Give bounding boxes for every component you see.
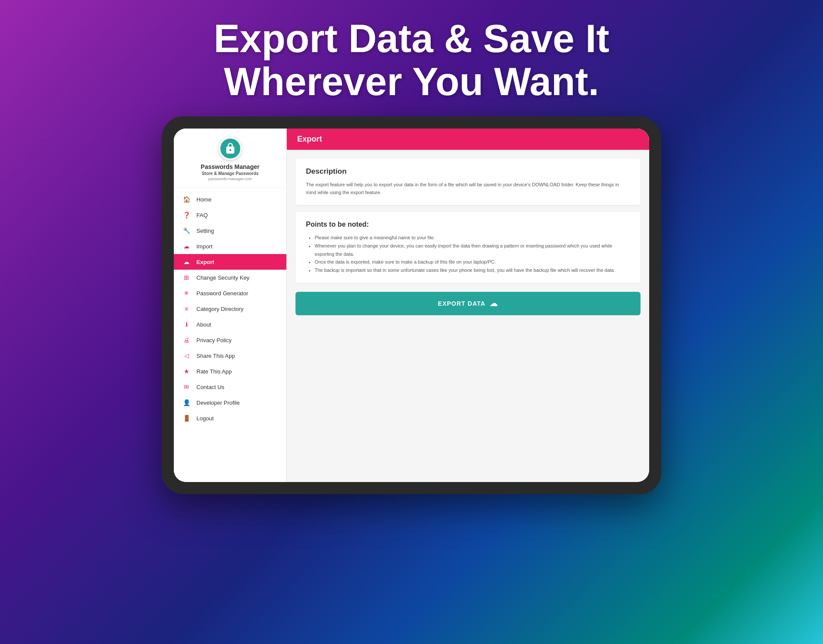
sidebar-item-rate-this-app[interactable]: ★Rate This App (174, 363, 286, 379)
nav-list: 🏠Home❓FAQ🔧Setting☁Import☁Export⊞Change S… (174, 188, 286, 429)
change-security-key-icon: ⊞ (182, 274, 191, 281)
sidebar-item-import[interactable]: ☁Import (174, 238, 286, 254)
import-label: Import (196, 243, 212, 250)
headline: Export Data & Save It Wherever You Want. (214, 17, 609, 103)
app-tagline: Store & Manage Passwords (202, 171, 259, 176)
faq-icon: ❓ (182, 211, 191, 218)
home-icon: 🏠 (182, 196, 191, 203)
app-logo (219, 137, 242, 160)
sidebar-item-privacy-policy[interactable]: 🖨Privacy Policy (174, 332, 286, 348)
sidebar-item-password-generator[interactable]: ✳Password Generator (174, 285, 286, 301)
password-generator-icon: ✳ (182, 290, 191, 297)
sidebar-item-share-this-app[interactable]: ◁Share This App (174, 348, 286, 363)
rate-this-app-label: Rate This App (196, 368, 232, 375)
logout-icon: 🚪 (182, 415, 191, 422)
description-title: Description (306, 167, 630, 176)
export-label: Export (196, 259, 214, 265)
home-label: Home (196, 196, 212, 203)
category-directory-icon: ≡ (182, 305, 191, 312)
tablet-screen: Passwords Manager Store & Manage Passwor… (174, 129, 649, 482)
page-header: Export (287, 129, 649, 150)
point-item: The backup is important so that in some … (315, 266, 630, 274)
points-title: Points to be noted: (306, 221, 630, 228)
point-item: Once the data is exported, make sure to … (315, 258, 630, 266)
developer-profile-label: Developer Profile (196, 400, 240, 406)
sidebar-item-setting[interactable]: 🔧Setting (174, 223, 286, 238)
password-generator-label: Password Generator (196, 290, 248, 297)
share-this-app-label: Share This App (196, 353, 235, 359)
point-item: Whenever you plan to change your device,… (315, 242, 630, 258)
share-this-app-icon: ◁ (182, 352, 191, 359)
category-directory-label: Category Directory (196, 306, 243, 312)
setting-label: Setting (196, 228, 214, 234)
description-text: The export feature will help you to expo… (306, 181, 630, 196)
sidebar-item-about[interactable]: ℹAbout (174, 317, 286, 332)
privacy-policy-label: Privacy Policy (196, 337, 232, 343)
points-list: Please make sure to give a meaningful na… (306, 234, 630, 274)
faq-label: FAQ (196, 212, 208, 218)
sidebar-item-faq[interactable]: ❓FAQ (174, 207, 286, 223)
logout-label: Logout (196, 415, 214, 422)
app-name: Passwords Manager (201, 163, 259, 170)
change-security-key-label: Change Security Key (196, 274, 249, 281)
setting-icon: 🔧 (182, 227, 191, 234)
sidebar-item-change-security-key[interactable]: ⊞Change Security Key (174, 270, 286, 285)
app-url: passwords-manager.com (208, 177, 252, 181)
rate-this-app-icon: ★ (182, 368, 191, 375)
sidebar-item-export[interactable]: ☁Export (174, 254, 286, 270)
developer-profile-icon: 👤 (182, 399, 191, 406)
privacy-policy-icon: 🖨 (182, 337, 191, 343)
upload-icon: ☁ (490, 299, 498, 308)
content-area: Description The export feature will help… (287, 150, 649, 324)
point-item: Please make sure to give a meaningful na… (315, 234, 630, 242)
contact-us-label: Contact Us (196, 384, 224, 390)
sidebar-item-home[interactable]: 🏠Home (174, 192, 286, 207)
sidebar-header: Passwords Manager Store & Manage Passwor… (174, 129, 286, 188)
sidebar: Passwords Manager Store & Manage Passwor… (174, 129, 287, 482)
headline-text: Export Data & Save It Wherever You Want. (214, 17, 609, 103)
sidebar-item-category-directory[interactable]: ≡Category Directory (174, 301, 286, 317)
about-label: About (196, 321, 211, 328)
about-icon: ℹ (182, 321, 191, 328)
lock-icon (224, 142, 236, 155)
tablet-frame: Passwords Manager Store & Manage Passwor… (162, 116, 661, 494)
main-content: Export Description The export feature wi… (287, 129, 649, 482)
export-data-button[interactable]: EXPORT DATA ☁ (295, 292, 640, 315)
import-icon: ☁ (182, 243, 191, 250)
sidebar-item-contact-us[interactable]: ✉Contact Us (174, 379, 286, 395)
page-title: Export (297, 135, 639, 144)
export-icon: ☁ (182, 258, 191, 265)
contact-us-icon: ✉ (182, 383, 191, 390)
sidebar-item-logout[interactable]: 🚪Logout (174, 410, 286, 426)
description-card: Description The export feature will help… (295, 159, 640, 205)
sidebar-item-developer-profile[interactable]: 👤Developer Profile (174, 395, 286, 410)
points-card: Points to be noted: Please make sure to … (295, 212, 640, 283)
export-button-label: EXPORT DATA (438, 300, 485, 307)
